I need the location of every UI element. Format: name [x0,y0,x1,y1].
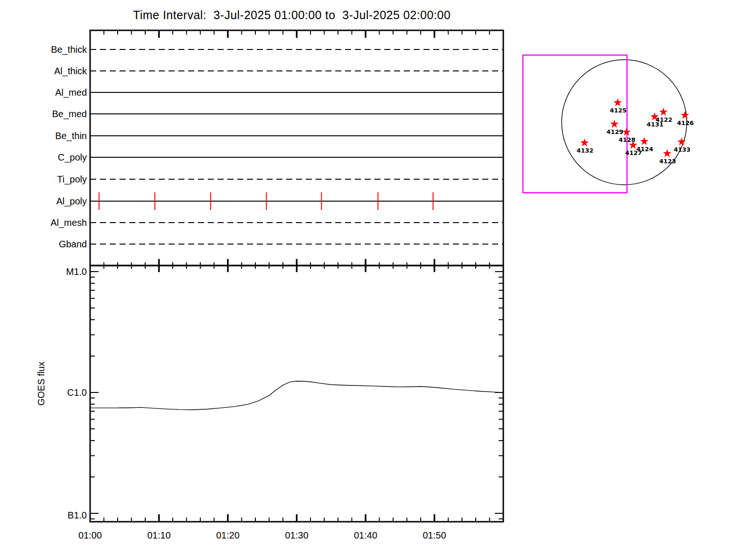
time-label-01:50: 01:50 [414,529,456,541]
active-region-star-4123 [663,149,671,157]
filter-label-al_med: Al_med [12,86,87,98]
filter-label-be_thick: Be_thick [12,43,87,56]
goes-ytick-label-0: M1.0 [40,266,87,278]
active-region-label-4125: 4125 [608,107,628,114]
screenshot-root: Time Interval: 3-Jul-2025 01:00:00 to 3-… [0,0,747,560]
filter-label-al_mesh: Al_mesh [12,217,87,229]
goes-panel-frame [90,266,503,522]
active-region-star-4132 [580,139,589,147]
filter-label-ti_poly: Ti_poly [12,173,87,185]
goes-flux-curve [90,381,503,410]
active-region-label-4128: 4128 [617,137,637,143]
time-axis-ticks [104,31,490,521]
filter-label-c_poly: C_poly [12,151,87,163]
active-region-label-4122: 4122 [654,117,674,123]
active-region-star-4124 [640,137,648,145]
active-region-star-4125 [613,98,622,106]
filter-timeline-panel-frame [90,30,503,266]
time-label-01:40: 01:40 [345,529,387,541]
filter-label-al_thick: Al_thick [12,65,87,77]
active-region-label-4129: 4129 [605,129,625,135]
fov-box [523,55,627,193]
active-region-label-4124: 4124 [634,146,655,153]
active-region-label-4123: 4123 [657,158,678,165]
filter-label-be_med: Be_med [12,108,87,120]
filter-label-gband: Gband [12,238,87,250]
time-label-01:00: 01:00 [69,529,111,541]
active-region-star-4129 [610,120,619,128]
plot-title: Time Interval: 3-Jul-2025 01:00:00 to 3-… [75,8,509,22]
time-label-01:30: 01:30 [276,529,318,541]
plot-canvas [0,0,747,560]
time-label-01:20: 01:20 [207,529,249,541]
active-region-label-4126: 4126 [675,120,696,126]
active-region-label-4133: 4133 [672,147,692,153]
active-region-star-4126 [681,111,689,119]
goes-y-axis-title: GOES flux [36,362,47,406]
active-region-star-4122 [659,108,668,116]
goes-y-axis-ticks [91,272,503,519]
filter-label-be_thin: Be_thin [12,130,87,142]
goes-ytick-label-2: B1.0 [40,509,87,521]
filter-label-al_poly: Al_poly [12,195,87,207]
time-label-01:10: 01:10 [138,529,180,541]
goes-ytick-label-1: C1.0 [40,386,87,399]
active-region-label-4132: 4132 [575,147,595,154]
